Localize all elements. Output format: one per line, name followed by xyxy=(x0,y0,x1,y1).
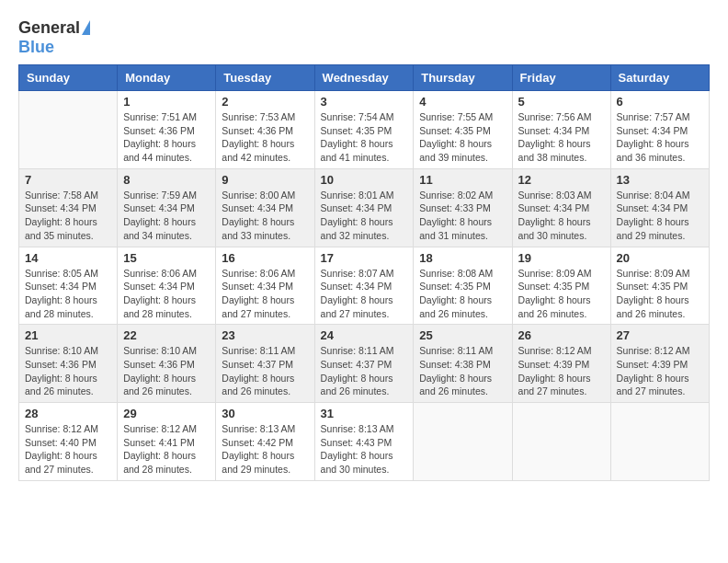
calendar-week-1: 1Sunrise: 7:51 AMSunset: 4:36 PMDaylight… xyxy=(19,91,710,169)
day-number: 13 xyxy=(617,173,703,187)
day-info: Sunrise: 8:06 AMSunset: 4:34 PMDaylight:… xyxy=(222,267,308,321)
calendar-day: 9Sunrise: 8:00 AMSunset: 4:34 PMDaylight… xyxy=(216,168,314,247)
day-info: Sunrise: 7:56 AMSunset: 4:34 PMDaylight:… xyxy=(518,110,605,165)
calendar-day: 11Sunrise: 8:02 AMSunset: 4:33 PMDayligh… xyxy=(414,168,512,247)
day-number: 4 xyxy=(419,95,506,109)
column-header-friday: Friday xyxy=(512,65,610,91)
calendar-day: 31Sunrise: 8:13 AMSunset: 4:43 PMDayligh… xyxy=(314,403,414,481)
calendar-day: 19Sunrise: 8:09 AMSunset: 4:35 PMDayligh… xyxy=(512,247,610,325)
calendar-table: SundayMondayTuesdayWednesdayThursdayFrid… xyxy=(18,64,710,481)
day-info: Sunrise: 8:09 AMSunset: 4:35 PMDaylight:… xyxy=(518,267,605,321)
day-number: 6 xyxy=(617,95,703,109)
day-number: 19 xyxy=(518,251,605,265)
day-info: Sunrise: 8:12 AMSunset: 4:39 PMDaylight:… xyxy=(518,344,605,398)
day-info: Sunrise: 7:51 AMSunset: 4:36 PMDaylight:… xyxy=(123,110,210,165)
calendar-day: 10Sunrise: 8:01 AMSunset: 4:34 PMDayligh… xyxy=(314,168,414,247)
day-number: 10 xyxy=(321,173,408,187)
calendar-day: 5Sunrise: 7:56 AMSunset: 4:34 PMDaylight… xyxy=(512,91,610,169)
calendar-day xyxy=(610,403,709,481)
calendar-day: 8Sunrise: 7:59 AMSunset: 4:34 PMDaylight… xyxy=(118,168,216,247)
day-info: Sunrise: 8:10 AMSunset: 4:36 PMDaylight:… xyxy=(25,344,111,398)
day-number: 22 xyxy=(123,328,210,342)
day-info: Sunrise: 7:55 AMSunset: 4:35 PMDaylight:… xyxy=(419,110,506,165)
day-number: 26 xyxy=(518,328,605,342)
calendar-day: 7Sunrise: 7:58 AMSunset: 4:34 PMDaylight… xyxy=(19,168,118,247)
day-info: Sunrise: 8:01 AMSunset: 4:34 PMDaylight:… xyxy=(321,189,408,243)
calendar-day xyxy=(512,403,610,481)
day-number: 14 xyxy=(25,251,111,265)
day-info: Sunrise: 8:09 AMSunset: 4:35 PMDaylight:… xyxy=(617,267,703,321)
day-info: Sunrise: 8:12 AMSunset: 4:39 PMDaylight:… xyxy=(617,344,703,398)
day-number: 7 xyxy=(25,173,111,187)
day-number: 9 xyxy=(222,173,308,187)
header: General Blue xyxy=(18,18,710,57)
column-header-tuesday: Tuesday xyxy=(216,65,314,91)
calendar-day: 16Sunrise: 8:06 AMSunset: 4:34 PMDayligh… xyxy=(216,247,314,325)
day-info: Sunrise: 8:03 AMSunset: 4:34 PMDaylight:… xyxy=(518,189,605,243)
calendar-week-3: 14Sunrise: 8:05 AMSunset: 4:34 PMDayligh… xyxy=(19,247,710,325)
day-number: 5 xyxy=(518,95,605,109)
calendar-day: 18Sunrise: 8:08 AMSunset: 4:35 PMDayligh… xyxy=(414,247,512,325)
day-number: 8 xyxy=(123,173,210,187)
day-info: Sunrise: 7:53 AMSunset: 4:36 PMDaylight:… xyxy=(222,110,308,165)
calendar-day: 1Sunrise: 7:51 AMSunset: 4:36 PMDaylight… xyxy=(118,91,216,169)
calendar-day: 20Sunrise: 8:09 AMSunset: 4:35 PMDayligh… xyxy=(610,247,709,325)
day-info: Sunrise: 7:54 AMSunset: 4:35 PMDaylight:… xyxy=(321,110,408,165)
calendar-day: 13Sunrise: 8:04 AMSunset: 4:34 PMDayligh… xyxy=(610,168,709,247)
calendar-day: 14Sunrise: 8:05 AMSunset: 4:34 PMDayligh… xyxy=(19,247,118,325)
calendar-day: 27Sunrise: 8:12 AMSunset: 4:39 PMDayligh… xyxy=(610,325,709,403)
column-header-sunday: Sunday xyxy=(19,65,118,91)
day-info: Sunrise: 8:02 AMSunset: 4:33 PMDaylight:… xyxy=(419,189,506,243)
calendar-day: 12Sunrise: 8:03 AMSunset: 4:34 PMDayligh… xyxy=(512,168,610,247)
day-info: Sunrise: 8:06 AMSunset: 4:34 PMDaylight:… xyxy=(123,267,210,321)
day-info: Sunrise: 7:59 AMSunset: 4:34 PMDaylight:… xyxy=(123,189,210,243)
day-info: Sunrise: 8:11 AMSunset: 4:38 PMDaylight:… xyxy=(419,344,506,398)
calendar-day: 4Sunrise: 7:55 AMSunset: 4:35 PMDaylight… xyxy=(414,91,512,169)
calendar-week-2: 7Sunrise: 7:58 AMSunset: 4:34 PMDaylight… xyxy=(19,168,710,247)
calendar-day: 23Sunrise: 8:11 AMSunset: 4:37 PMDayligh… xyxy=(216,325,314,403)
day-number: 31 xyxy=(321,407,408,420)
calendar-header-row: SundayMondayTuesdayWednesdayThursdayFrid… xyxy=(19,65,710,91)
day-number: 1 xyxy=(123,95,210,109)
calendar-day: 30Sunrise: 8:13 AMSunset: 4:42 PMDayligh… xyxy=(216,403,314,481)
calendar-day xyxy=(19,91,118,169)
day-info: Sunrise: 8:10 AMSunset: 4:36 PMDaylight:… xyxy=(123,344,210,398)
day-number: 3 xyxy=(321,95,408,109)
day-info: Sunrise: 8:11 AMSunset: 4:37 PMDaylight:… xyxy=(222,344,308,398)
day-info: Sunrise: 8:13 AMSunset: 4:42 PMDaylight:… xyxy=(222,422,308,477)
logo-arrow-icon xyxy=(82,20,90,35)
day-number: 24 xyxy=(321,328,408,342)
day-number: 21 xyxy=(25,328,111,342)
calendar-day xyxy=(414,403,512,481)
column-header-saturday: Saturday xyxy=(610,65,709,91)
day-info: Sunrise: 7:58 AMSunset: 4:34 PMDaylight:… xyxy=(25,189,111,243)
day-number: 2 xyxy=(222,95,308,109)
day-info: Sunrise: 8:08 AMSunset: 4:35 PMDaylight:… xyxy=(419,267,506,321)
day-number: 16 xyxy=(222,251,308,265)
day-number: 20 xyxy=(617,251,703,265)
day-info: Sunrise: 8:04 AMSunset: 4:34 PMDaylight:… xyxy=(617,189,703,243)
day-number: 17 xyxy=(321,251,408,265)
day-number: 27 xyxy=(617,328,703,342)
calendar-day: 17Sunrise: 8:07 AMSunset: 4:34 PMDayligh… xyxy=(314,247,414,325)
calendar-day: 24Sunrise: 8:11 AMSunset: 4:37 PMDayligh… xyxy=(314,325,414,403)
day-info: Sunrise: 8:00 AMSunset: 4:34 PMDaylight:… xyxy=(222,189,308,243)
calendar-day: 29Sunrise: 8:12 AMSunset: 4:41 PMDayligh… xyxy=(118,403,216,481)
logo-general-text: General xyxy=(18,18,80,38)
calendar-week-5: 28Sunrise: 8:12 AMSunset: 4:40 PMDayligh… xyxy=(19,403,710,481)
calendar-day: 21Sunrise: 8:10 AMSunset: 4:36 PMDayligh… xyxy=(19,325,118,403)
calendar-day: 22Sunrise: 8:10 AMSunset: 4:36 PMDayligh… xyxy=(118,325,216,403)
day-number: 12 xyxy=(518,173,605,187)
day-number: 25 xyxy=(419,328,506,342)
day-info: Sunrise: 8:12 AMSunset: 4:40 PMDaylight:… xyxy=(25,422,111,477)
day-info: Sunrise: 8:11 AMSunset: 4:37 PMDaylight:… xyxy=(321,344,408,398)
calendar-day: 2Sunrise: 7:53 AMSunset: 4:36 PMDaylight… xyxy=(216,91,314,169)
day-number: 18 xyxy=(419,251,506,265)
day-number: 15 xyxy=(123,251,210,265)
calendar-day: 28Sunrise: 8:12 AMSunset: 4:40 PMDayligh… xyxy=(19,403,118,481)
day-number: 23 xyxy=(222,328,308,342)
calendar-day: 26Sunrise: 8:12 AMSunset: 4:39 PMDayligh… xyxy=(512,325,610,403)
calendar-day: 25Sunrise: 8:11 AMSunset: 4:38 PMDayligh… xyxy=(414,325,512,403)
day-number: 29 xyxy=(123,407,210,420)
logo-blue-text: Blue xyxy=(18,38,54,57)
